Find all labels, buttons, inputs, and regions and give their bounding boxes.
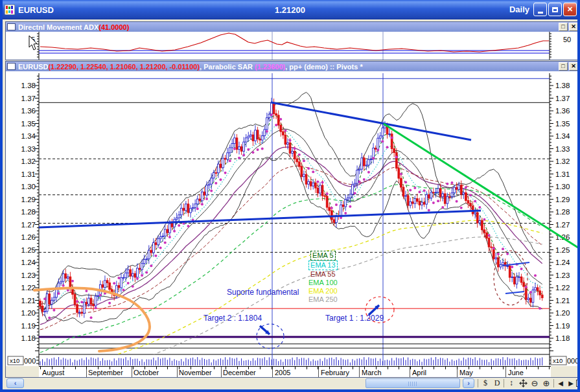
y-axis-label: 1.22 [555,284,570,292]
y-axis-label: 1.28 [21,208,36,216]
zoom-out-button[interactable]: ⊖ [529,378,540,389]
week-tick [133,367,133,369]
next-button[interactable]: ▶ [566,378,575,389]
y-axis-label: 1.34 [555,132,570,140]
day-mode-button[interactable]: D [492,378,502,389]
y-axis-label: 1.21 [21,297,36,305]
week-tick [283,367,284,369]
titlebar-price: 1.21200 [0,5,580,15]
scroll-left-button[interactable]: ‹ [6,378,24,388]
maximize-icon [552,7,558,12]
legend-item: EMA 5 [308,251,338,260]
week-tick [64,367,64,369]
volume-bars [40,357,542,365]
month-label: May [459,369,473,376]
adx-value: (41.0000) [99,23,129,31]
scroll-right-button[interactable]: › [463,378,474,388]
window-titlebar: EURUSD 1.21200 Daily ✕ [0,0,580,19]
week-tick [515,367,515,369]
toolbar-separator [504,379,504,387]
week-tick [341,367,342,369]
y-axis-label: 1.18 [21,334,36,342]
week-tick [75,367,76,369]
toolbar-separator [553,379,554,387]
minimize-button[interactable] [533,3,547,16]
week-tick [549,367,550,369]
week-tick [376,367,377,369]
week-tick [179,367,180,369]
y-axis-label: 1.21 [555,297,570,305]
maximize-button[interactable] [548,3,562,16]
week-tick [226,367,226,369]
close-button[interactable]: ✕ [563,3,577,16]
adx-maximize-button[interactable]: □ [559,23,568,31]
pages-button[interactable] [576,380,580,387]
y-axis-label: 1.30 [21,183,36,190]
month-separator [177,367,178,377]
month-label: June [508,369,524,376]
week-tick [237,367,238,369]
pan-button[interactable] [518,378,528,389]
vertical-scale-button[interactable]: ↕ [506,378,516,389]
month-label: 2005 [275,369,290,376]
y-axis-label: 1.23 [555,271,570,279]
scrollbar-grip [408,382,417,386]
price-chart-area[interactable]: 1.381.381.371.371.361.361.351.351.341.34… [6,71,579,366]
y-axis-label: 1.19 [21,322,36,330]
y-axis-label: 1.38 [555,82,570,89]
y-axis-label: 1.27 [555,221,570,229]
ohlc-values: (1.22290, 1.22540, 1.21060, 1.21200, -0.… [48,63,200,71]
y-axis-label: 1.37 [555,95,570,102]
close-icon: ✕ [567,5,573,14]
svg-text:x10: x10 [553,357,563,364]
y-axis-label: 1.19 [555,322,570,330]
week-tick [399,367,399,369]
trendline [271,102,471,140]
indicator-list: , pp+ (demo) :: Pivots * [285,63,362,71]
y-axis-label: 1.33 [21,145,36,153]
scrollbar-thumb[interactable] [365,378,460,388]
price-maximize-button[interactable]: □ [559,62,568,71]
currency-button[interactable]: $ [480,378,491,389]
y-axis-label: 1.35 [555,120,570,128]
week-tick [434,367,434,369]
month-separator [272,367,273,377]
arrow-annotation [260,326,270,334]
symbol-label: EURUSD [18,63,48,71]
month-label: April [412,369,426,376]
y-axis-label: 1.25 [21,246,36,254]
y-axis-label: 1.25 [555,246,570,254]
week-tick [526,367,527,369]
y-axis-label: 1.27 [21,221,36,229]
legend-item: EMA 100 [308,279,338,287]
week-tick [98,367,99,369]
month-label: March [362,369,382,376]
week-tick [202,367,203,369]
y-axis-label: 1.24 [21,259,36,266]
price-close-button[interactable]: ✕ [569,62,578,71]
month-label: September [88,369,123,376]
annotation-target1: Target 1 : 1.2029 [325,314,384,323]
legend-item: EMA 250 [308,295,338,304]
y-axis-label: 1.35 [21,120,36,128]
annotation-support: Suporte fundamental [227,288,299,297]
price-pane-titlebar[interactable]: EURUSD (1.22290, 1.22540, 1.21060, 1.212… [6,62,579,71]
bottom-toolbar: ‹ › $ D ↕ ⊖ ⊕ ◀ ▶ [5,378,580,389]
y-axis-label: 1.31 [21,170,36,178]
adx-pane-icon [7,23,16,30]
trendline [505,292,524,294]
svg-text:0000: 0000 [567,357,579,365]
week-tick [260,367,261,369]
prev-button[interactable]: ◀ [556,378,565,389]
week-tick [410,367,411,369]
week-tick [503,367,504,369]
price-pane: EURUSD (1.22290, 1.22540, 1.21060, 1.212… [5,61,580,378]
adx-pane-titlebar[interactable]: Directnl Movement ADX (41.0000) □ ✕ [6,22,579,32]
adx-close-button[interactable]: ✕ [569,23,578,31]
time-axis: AugustSeptemberOctoberNovemberDecember20… [6,366,579,377]
week-tick [248,367,249,369]
week-tick [121,367,122,369]
zoom-in-button[interactable]: ⊕ [541,378,551,389]
y-axis-label: 1.37 [21,95,36,102]
minimize-icon [538,12,543,14]
